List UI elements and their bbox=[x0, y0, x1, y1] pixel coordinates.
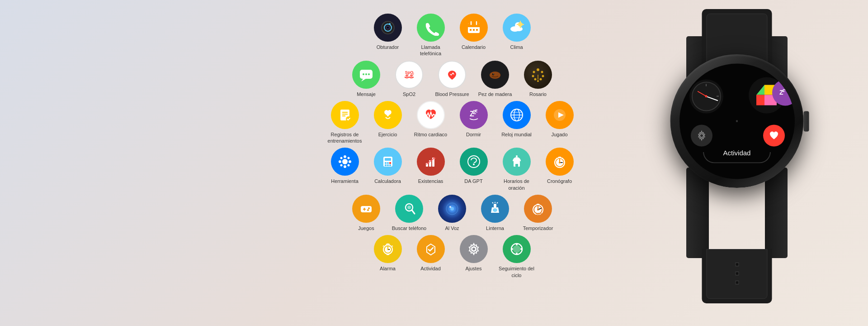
svg-point-98 bbox=[368, 207, 370, 209]
apps-row-6: Alarma Actividad bbox=[307, 235, 597, 278]
app-seguimiento[interactable]: Seguimiento del ciclo bbox=[495, 235, 538, 278]
app-registros[interactable]: Registros de entrenamientos bbox=[323, 101, 366, 144]
app-reloj[interactable]: Reloj mundial bbox=[495, 101, 538, 138]
mensaje-label: Mensaje bbox=[357, 91, 376, 97]
svg-point-82 bbox=[473, 163, 475, 165]
obturador-icon bbox=[374, 14, 402, 42]
svg-rect-69 bbox=[385, 158, 391, 161]
app-clima[interactable]: Clima bbox=[495, 14, 538, 50]
svg-rect-7 bbox=[468, 25, 480, 27]
app-existencias[interactable]: Existencias bbox=[409, 148, 452, 184]
svg-rect-86 bbox=[515, 164, 518, 167]
cronografo-label: Cronógrafo bbox=[547, 178, 572, 184]
svg-rect-12 bbox=[476, 29, 478, 31]
apps-row-2: Mensaje SpO 2 SpO2 bbox=[307, 61, 597, 97]
app-obturador[interactable]: Obturador bbox=[366, 14, 409, 50]
app-llamada[interactable]: Llamada telefónica bbox=[409, 14, 452, 57]
main-container: Obturador Llamada telefónica bbox=[0, 0, 868, 326]
app-ai-voz[interactable]: Al Voz bbox=[431, 195, 474, 231]
svg-point-131 bbox=[520, 248, 522, 250]
registros-label: Registros de entrenamientos bbox=[325, 131, 365, 144]
app-da-gpt[interactable]: DA GPT bbox=[452, 148, 495, 184]
ejercicio-icon bbox=[374, 101, 402, 129]
app-alarma[interactable]: Alarma bbox=[366, 235, 409, 272]
blood-pressure-icon bbox=[438, 61, 466, 89]
reloj-label: Reloj mundial bbox=[501, 131, 532, 138]
app-linterna[interactable]: Linterna bbox=[474, 195, 517, 231]
app-temporizador[interactable]: 305 Temporizador bbox=[517, 195, 560, 231]
app-actividad[interactable]: Actividad bbox=[409, 235, 452, 272]
svg-point-40 bbox=[534, 78, 537, 80]
watch-crown[interactable] bbox=[804, 111, 809, 131]
svg-point-39 bbox=[540, 78, 542, 80]
watch-heart-widget bbox=[763, 125, 785, 146]
watch-container: Z z z Activid bbox=[642, 9, 832, 317]
app-spo2[interactable]: SpO 2 SpO2 bbox=[388, 61, 431, 97]
svg-point-65 bbox=[347, 164, 349, 167]
svg-point-106 bbox=[449, 206, 451, 208]
svg-rect-73 bbox=[385, 164, 387, 166]
svg-point-67 bbox=[340, 164, 342, 167]
svg-point-63 bbox=[349, 160, 351, 163]
apps-row-4: Herramienta Calculadora bbox=[307, 148, 597, 191]
app-ritmo[interactable]: Ritmo cardiaco bbox=[409, 101, 452, 138]
juegos-label: Juegos bbox=[358, 225, 374, 231]
apps-row-5: Juegos Buscar teléfono bbox=[307, 195, 597, 231]
svg-point-101 bbox=[407, 206, 411, 209]
app-calendario[interactable]: Calendario bbox=[452, 14, 495, 50]
svg-point-64 bbox=[340, 157, 342, 159]
juegos-icon bbox=[352, 195, 380, 223]
band-bottom-left bbox=[686, 168, 709, 258]
app-mensaje[interactable]: Mensaje bbox=[345, 61, 388, 97]
app-pez-madera[interactable]: Pez de madera bbox=[474, 61, 517, 97]
app-juegos[interactable]: Juegos bbox=[345, 195, 388, 231]
svg-point-130 bbox=[516, 244, 518, 245]
svg-rect-74 bbox=[387, 164, 389, 166]
app-buscar[interactable]: Buscar teléfono bbox=[388, 195, 431, 231]
buscar-label: Buscar teléfono bbox=[392, 225, 426, 231]
band-bottom-right bbox=[765, 168, 788, 258]
svg-point-4 bbox=[389, 23, 391, 25]
svg-line-102 bbox=[412, 210, 415, 214]
svg-point-62 bbox=[339, 160, 341, 163]
app-herramienta[interactable]: Herramienta bbox=[323, 148, 366, 184]
svg-point-138 bbox=[700, 134, 703, 137]
horarios-icon bbox=[503, 148, 531, 176]
reloj-icon bbox=[503, 101, 531, 129]
app-blood-pressure[interactable]: Blood Pressure bbox=[431, 61, 474, 97]
mensaje-icon bbox=[352, 61, 380, 89]
app-rosario[interactable]: Rosario bbox=[517, 61, 560, 97]
rosario-label: Rosario bbox=[529, 91, 547, 97]
svg-point-15 bbox=[515, 27, 523, 31]
svg-text:z: z bbox=[785, 87, 787, 90]
svg-point-44 bbox=[537, 80, 539, 82]
svg-line-93 bbox=[557, 158, 557, 159]
svg-line-111 bbox=[497, 202, 498, 203]
svg-point-32 bbox=[490, 72, 500, 79]
svg-point-128 bbox=[472, 248, 475, 250]
app-ajustes[interactable]: Ajustes bbox=[452, 235, 495, 272]
cronografo-icon bbox=[546, 148, 574, 176]
app-ejercicio[interactable]: Ejercicio bbox=[366, 101, 409, 138]
svg-rect-92 bbox=[558, 157, 561, 158]
clima-icon bbox=[503, 14, 531, 42]
svg-point-41 bbox=[532, 75, 534, 77]
svg-point-66 bbox=[347, 157, 349, 159]
svg-point-61 bbox=[344, 165, 346, 168]
svg-point-91 bbox=[559, 162, 561, 163]
svg-line-112 bbox=[492, 202, 493, 203]
svg-text:Z: Z bbox=[475, 109, 478, 113]
ajustes-icon bbox=[460, 235, 488, 263]
app-cronografo[interactable]: Cronógrafo bbox=[538, 148, 581, 184]
linterna-icon bbox=[481, 195, 509, 223]
dormir-icon: Z Z Z bbox=[460, 101, 488, 129]
calculadora-label: Calculadora bbox=[374, 178, 401, 184]
app-jugado[interactable]: Jugado bbox=[538, 101, 581, 138]
svg-point-38 bbox=[542, 75, 544, 77]
app-horarios[interactable]: Horarios de oración bbox=[495, 148, 538, 191]
da-gpt-icon bbox=[460, 148, 488, 176]
herramienta-icon bbox=[331, 148, 359, 176]
app-calculadora[interactable]: Calculadora bbox=[366, 148, 409, 184]
app-dormir[interactable]: Z Z Z Dormir bbox=[452, 101, 495, 138]
svg-point-34 bbox=[493, 73, 494, 74]
